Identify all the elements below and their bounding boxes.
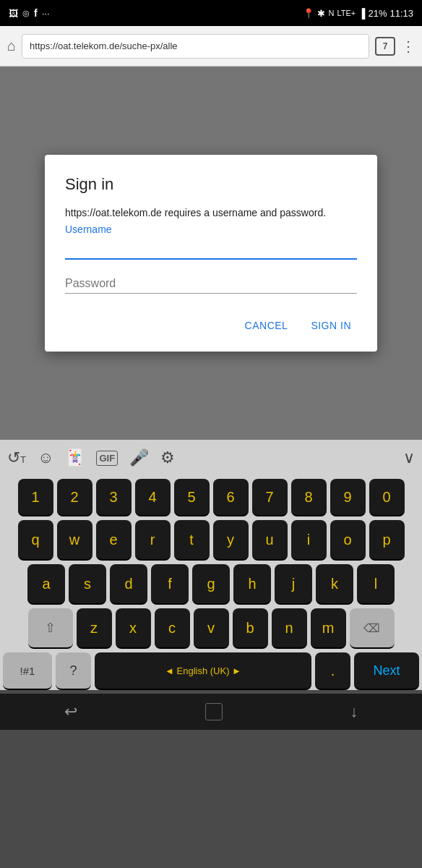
key-9[interactable]: 9 bbox=[330, 479, 366, 516]
key-6[interactable]: 6 bbox=[213, 479, 249, 516]
flickr-status-icon: ◎ bbox=[22, 9, 30, 18]
toolbar-left-icons: ↺T ☺ 🃏 GIF 🎤 ⚙ bbox=[7, 448, 175, 467]
emoji-icon[interactable]: ☺ bbox=[38, 448, 53, 467]
key-8[interactable]: 8 bbox=[291, 479, 327, 516]
status-bar: 🖼 ◎ f ··· 📍 ✱ N LTE+ ▐ 21% 11:13 bbox=[0, 0, 422, 26]
space-key[interactable]: ◄ English (UK) ► bbox=[95, 652, 311, 690]
key-5[interactable]: 5 bbox=[174, 479, 210, 516]
row-asdf: a s d f g h j k l bbox=[3, 564, 419, 605]
key-7[interactable]: 7 bbox=[252, 479, 288, 516]
translate-icon[interactable]: ↺T bbox=[7, 448, 26, 467]
number-row: 1 2 3 4 5 6 7 8 9 0 bbox=[3, 479, 419, 516]
backspace-key[interactable]: ⌫ bbox=[350, 608, 395, 649]
status-left-icons: 🖼 ◎ f ··· bbox=[9, 7, 50, 19]
settings-icon[interactable]: ⚙ bbox=[160, 448, 175, 467]
tabs-count: 7 bbox=[383, 41, 388, 51]
key-c[interactable]: c bbox=[155, 608, 190, 649]
signin-title: Sign in bbox=[65, 175, 357, 194]
bluetooth-icon: ✱ bbox=[317, 8, 325, 19]
key-x[interactable]: x bbox=[116, 608, 151, 649]
key-y[interactable]: y bbox=[213, 520, 249, 561]
dot-key[interactable]: . bbox=[315, 652, 350, 690]
key-n[interactable]: n bbox=[272, 608, 307, 649]
home-icon[interactable]: ⌂ bbox=[7, 38, 16, 54]
sticker-icon[interactable]: 🃏 bbox=[65, 448, 85, 467]
signin-description: https://oat.telekom.de requires a userna… bbox=[65, 205, 357, 221]
key-u[interactable]: u bbox=[252, 520, 288, 561]
back-nav-icon[interactable]: ↩ bbox=[64, 702, 77, 721]
signin-dialog: Sign in https://oat.telekom.de requires … bbox=[45, 155, 377, 352]
username-label: Username bbox=[65, 224, 357, 235]
location-icon: 📍 bbox=[303, 8, 314, 19]
status-right-info: 📍 ✱ N LTE+ ▐ 21% 11:13 bbox=[303, 8, 413, 19]
key-p[interactable]: p bbox=[369, 520, 405, 561]
key-f[interactable]: f bbox=[151, 564, 189, 605]
key-a[interactable]: a bbox=[27, 564, 65, 605]
navigation-bar: ↩ ↓ bbox=[0, 694, 422, 730]
home-nav-icon[interactable] bbox=[205, 703, 223, 720]
shift-key[interactable]: ⇧ bbox=[28, 608, 73, 649]
key-m[interactable]: m bbox=[311, 608, 346, 649]
key-2[interactable]: 2 bbox=[57, 479, 92, 516]
key-l[interactable]: l bbox=[357, 564, 395, 605]
clock: 11:13 bbox=[389, 8, 413, 19]
keyboard-area: ↺T ☺ 🃏 GIF 🎤 ⚙ ∨ 1 2 3 4 5 6 7 8 9 0 q bbox=[0, 440, 422, 690]
tabs-button[interactable]: 7 bbox=[375, 37, 395, 56]
symbols-key[interactable]: !#1 bbox=[3, 652, 52, 690]
key-d[interactable]: d bbox=[110, 564, 147, 605]
chevron-down-icon[interactable]: ∨ bbox=[403, 448, 415, 467]
key-i[interactable]: i bbox=[291, 520, 327, 561]
key-v[interactable]: v bbox=[194, 608, 229, 649]
more-status-icon: ··· bbox=[42, 8, 50, 19]
key-1[interactable]: 1 bbox=[18, 479, 53, 516]
url-bar[interactable]: https://oat.telekom.de/suche-px/alle bbox=[22, 34, 369, 59]
row-bottom: !#1 ? ◄ English (UK) ► . Next bbox=[3, 652, 419, 690]
signal-bars: ▐ bbox=[358, 8, 365, 19]
key-s[interactable]: s bbox=[69, 564, 106, 605]
key-4[interactable]: 4 bbox=[135, 479, 171, 516]
username-input[interactable] bbox=[65, 239, 357, 260]
cancel-button[interactable]: CANCEL bbox=[239, 314, 294, 337]
key-3[interactable]: 3 bbox=[96, 479, 132, 516]
signin-button[interactable]: SIGN IN bbox=[305, 314, 357, 337]
key-b[interactable]: b bbox=[233, 608, 268, 649]
key-j[interactable]: j bbox=[275, 564, 312, 605]
url-text: https://oat.telekom.de/suche-px/alle bbox=[30, 41, 178, 51]
key-q[interactable]: q bbox=[18, 520, 53, 561]
key-z[interactable]: z bbox=[77, 608, 112, 649]
key-h[interactable]: h bbox=[233, 564, 271, 605]
battery-indicator: 21% bbox=[368, 8, 387, 19]
network-icon: N bbox=[328, 9, 334, 17]
key-k[interactable]: k bbox=[316, 564, 353, 605]
next-key[interactable]: Next bbox=[354, 652, 419, 690]
virtual-keyboard: 1 2 3 4 5 6 7 8 9 0 q w e r t y u i o p … bbox=[0, 476, 422, 690]
lte-indicator: LTE+ bbox=[337, 9, 356, 17]
facebook-status-icon: f bbox=[34, 7, 38, 19]
row-zxcv: ⇧ z x c v b n m ⌫ bbox=[3, 608, 419, 649]
key-r[interactable]: r bbox=[135, 520, 171, 561]
row-qwerty: q w e r t y u i o p bbox=[3, 520, 419, 561]
web-content-area: Sign in https://oat.telekom.de requires … bbox=[0, 67, 422, 440]
browser-toolbar: ⌂ https://oat.telekom.de/suche-px/alle 7… bbox=[0, 26, 422, 67]
toolbar-right: ∨ bbox=[403, 448, 415, 467]
recents-nav-icon[interactable]: ↓ bbox=[350, 702, 358, 721]
question-key[interactable]: ? bbox=[56, 652, 91, 690]
key-0[interactable]: 0 bbox=[369, 479, 405, 516]
dialog-buttons: CANCEL SIGN IN bbox=[65, 314, 357, 337]
gif-icon[interactable]: GIF bbox=[96, 451, 118, 466]
browser-menu-icon[interactable]: ⋮ bbox=[401, 38, 415, 55]
key-w[interactable]: w bbox=[57, 520, 92, 561]
keyboard-toolbar: ↺T ☺ 🃏 GIF 🎤 ⚙ ∨ bbox=[0, 440, 422, 476]
key-t[interactable]: t bbox=[174, 520, 210, 561]
password-input[interactable] bbox=[65, 274, 357, 294]
key-e[interactable]: e bbox=[96, 520, 132, 561]
mic-icon[interactable]: 🎤 bbox=[129, 448, 149, 467]
key-o[interactable]: o bbox=[330, 520, 366, 561]
image-status-icon: 🖼 bbox=[9, 8, 18, 19]
key-g[interactable]: g bbox=[192, 564, 230, 605]
